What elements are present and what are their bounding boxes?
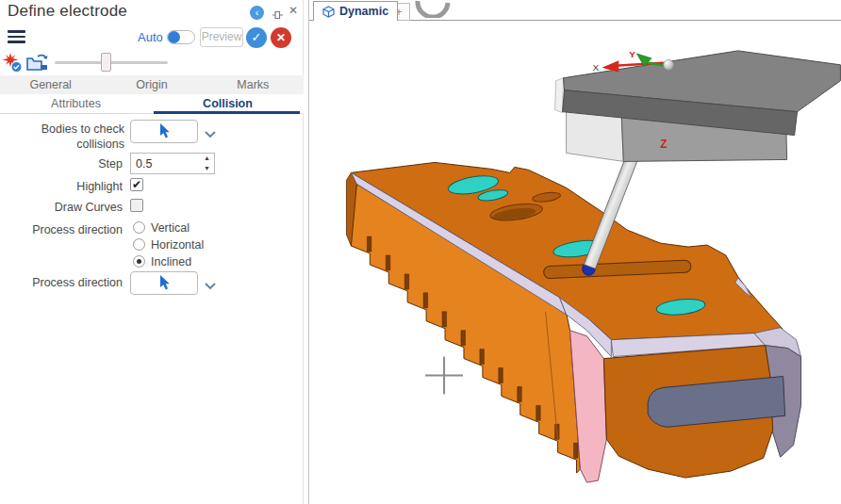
viewport-tab-dynamic[interactable]: Dynamic [313,1,398,21]
transparency-slider-track[interactable] [55,61,168,64]
toggle-knob [168,31,180,43]
spark-check-icon[interactable] [2,52,24,77]
open-folder-refresh-icon[interactable] [25,52,50,77]
close-panel-icon[interactable]: ✕ [289,4,298,17]
collapse-panel-icon[interactable]: ‹ [250,6,264,20]
tab-row-secondary: Attributes Collision [0,94,304,114]
ok-button[interactable]: ✓ [246,27,267,48]
tab-collision[interactable]: Collision [152,94,304,113]
tab-origin[interactable]: Origin [101,75,202,94]
tab-row-primary: General Origin Marks [0,75,304,94]
panel-title: Define electrode [8,2,127,21]
chevron-down-icon[interactable] [205,125,216,142]
radio-horizontal[interactable] [133,238,145,251]
radio-inclined[interactable] [133,255,145,268]
define-electrode-panel: Define electrode ‹ ✕ Auto Preview ✓ ✕ [0,0,304,504]
origin-sphere [664,59,674,70]
process-direction-picker-button[interactable] [130,271,198,295]
pin-icon[interactable] [272,8,284,24]
cursor-arrow-icon [158,275,171,291]
radio-horizontal-label: Horizontal [151,238,204,252]
cursor-arrow-icon [158,123,171,139]
step-label: Step [0,156,123,171]
cube-icon [322,6,335,18]
highlight-label: Highlight [0,179,123,194]
highlight-checkbox[interactable]: ✔ [130,178,143,191]
tab-attributes[interactable]: Attributes [0,94,152,113]
step-spinner: ▲ ▼ [200,154,214,173]
tab-marks[interactable]: Marks [203,75,304,94]
application-window: Define electrode ‹ ✕ Auto Preview ✓ ✕ [0,0,841,504]
draw-curves-checkbox[interactable] [130,199,143,212]
tab-general[interactable]: General [0,75,101,94]
spinner-down-icon[interactable]: ▼ [200,164,214,174]
cancel-button[interactable]: ✕ [271,27,291,48]
electrode-model [346,162,800,482]
transparency-slider-handle[interactable] [101,53,111,72]
process-direction-label: Process direction [0,222,123,237]
3d-viewport[interactable]: Z X Y [309,21,841,502]
viewport-tab-label: Dynamic [339,5,388,18]
viewport-tab-bar: Dynamic + [309,0,841,21]
spinner-up-icon[interactable]: ▲ [200,154,214,164]
axis-x-label: X [592,62,599,73]
draw-curves-label: Draw Curves [0,200,123,215]
preview-button[interactable]: Preview [200,27,243,47]
axis-y-label: Y [629,49,635,59]
step-field: ▲ ▼ [130,153,215,174]
radio-vertical[interactable] [133,221,145,234]
radio-inclined-label: Inclined [151,255,191,268]
auto-label: Auto [138,30,163,44]
crosshair-cursor [425,357,463,395]
bodies-to-check-label: Bodies to check collisions [0,122,124,152]
menu-icon[interactable] [8,30,25,46]
process-direction2-label: Process direction [0,275,123,290]
bodies-picker-button[interactable] [130,120,198,143]
chevron-down-icon[interactable] [205,277,216,294]
auto-toggle[interactable] [167,30,195,44]
axis-z-label: Z [660,138,667,151]
step-input[interactable] [131,154,200,173]
radio-vertical-label: Vertical [151,221,190,235]
